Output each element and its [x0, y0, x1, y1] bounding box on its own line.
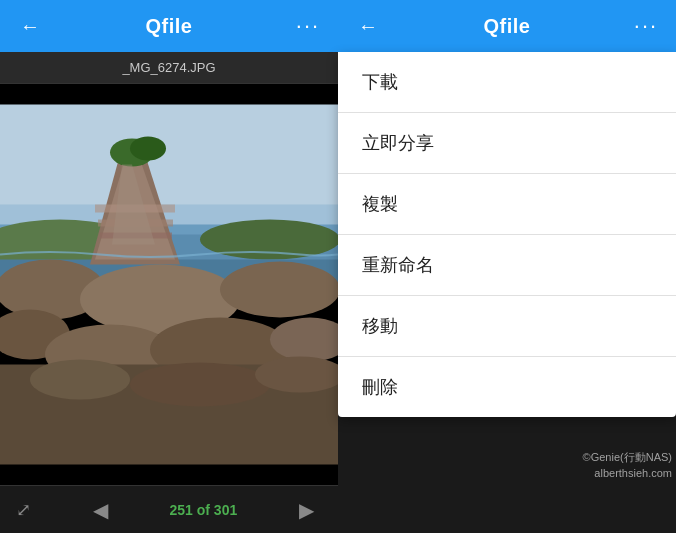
left-filename-bar: _MG_6274.JPG	[0, 52, 338, 84]
right-back-button[interactable]: ←	[350, 8, 386, 44]
menu-item-download[interactable]: 下載	[338, 52, 676, 113]
menu-item-delete[interactable]: 刪除	[338, 357, 676, 417]
left-app-title: Qfile	[48, 15, 290, 38]
left-filename: _MG_6274.JPG	[122, 60, 215, 75]
right-header: ← Qfile ···	[338, 0, 676, 52]
menu-item-rename[interactable]: 重新命名	[338, 235, 676, 296]
photo-image	[0, 84, 338, 485]
left-bottom-bar: ⤢ ◀ 251 of 301 ▶	[0, 485, 338, 533]
right-menu-button[interactable]: ···	[628, 8, 664, 44]
right-app-title: Qfile	[386, 15, 628, 38]
menu-item-move[interactable]: 移動	[338, 296, 676, 357]
menu-item-share[interactable]: 立即分享	[338, 113, 676, 174]
context-menu: 下載立即分享複製重新命名移動刪除	[338, 52, 676, 417]
left-menu-button[interactable]: ···	[290, 8, 326, 44]
left-image-area	[0, 84, 338, 485]
svg-point-16	[220, 262, 338, 318]
left-next-button[interactable]: ▶	[291, 494, 322, 526]
left-expand-button[interactable]: ⤢	[16, 499, 31, 521]
svg-point-22	[30, 360, 130, 400]
svg-point-13	[130, 137, 166, 161]
right-panel: ← Qfile ··· _MG_6274.JPG 下載立即分享複製重新命名移動刪…	[338, 0, 676, 533]
watermark-line1: ©Genie(行動NAS)	[583, 450, 672, 465]
left-prev-button[interactable]: ◀	[85, 494, 116, 526]
left-header: ← Qfile ···	[0, 0, 338, 52]
left-panel: ← Qfile ··· _MG_6274.JPG	[0, 0, 338, 533]
watermark-line2: alberthsieh.com	[583, 466, 672, 481]
left-back-button[interactable]: ←	[12, 8, 48, 44]
svg-point-23	[130, 363, 270, 407]
left-page-info: 251 of 301	[170, 502, 238, 518]
watermark: ©Genie(行動NAS) alberthsieh.com	[583, 450, 672, 481]
menu-item-copy[interactable]: 複製	[338, 174, 676, 235]
